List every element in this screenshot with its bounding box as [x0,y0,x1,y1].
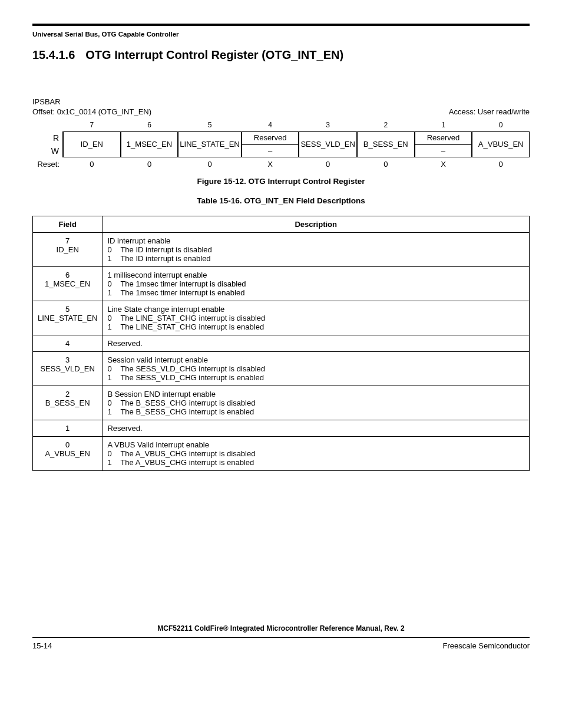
register-access: Access: User read/write [449,107,530,116]
opt-text: The 1msec timer interrupt is disabled [120,279,524,288]
description-cell: 1 millisecond interrupt enable0The 1msec… [103,267,530,301]
field-cell: 2 B_SESS_EN [33,386,103,420]
section-title-text: OTG Interrupt Control Register (OTG_INT_… [85,48,343,61]
rw-label: R W [32,131,63,157]
desc-option: 1The A_VBUS_CHG interrupt is enabled [107,458,524,467]
running-header: Universal Serial Bus, OTG Capable Contro… [32,31,530,38]
desc-title: Reserved. [107,339,524,348]
blank-cell [32,120,63,131]
table-row: 6 1_MSEC_EN1 millisecond interrupt enabl… [33,267,530,301]
opt-text: The 1msec timer interrupt is enabled [120,288,524,297]
reset-val-3: 0 [299,157,357,171]
description-cell: Line State change interrupt enable0The L… [103,301,530,335]
desc-title: ID interrupt enable [107,236,524,245]
r-label: R [53,133,59,143]
table-row: 4Reserved. [33,335,530,352]
bitfield-reserved-4-w: – [242,145,299,157]
field-cell: 6 1_MSEC_EN [33,267,103,301]
opt-key: 0 [107,449,117,458]
th-field: Field [33,216,103,233]
field-cell: 3 SESS_VLD_EN [33,352,103,386]
desc-option: 1The 1msec timer interrupt is enabled [107,288,524,297]
register-diagram: IPSBAR Offset: 0x1C_0014 (OTG_INT_EN) Ac… [32,97,530,171]
bitfield-reserved-1-w: – [415,145,472,157]
opt-text: The SESS_VLD_CHG interrupt is enabled [120,373,524,382]
opt-key: 1 [107,288,117,297]
opt-key: 0 [107,398,117,407]
w-label: W [51,146,59,156]
table-row: 2 B_SESS_ENB Session END interrupt enabl… [33,386,530,420]
opt-text: The ID interrupt is disabled [120,245,524,254]
desc-option: 0The SESS_VLD_CHG interrupt is disabled [107,364,524,373]
reset-label: Reset: [32,157,63,171]
bit-num-7: 7 [63,120,121,131]
desc-option: 0The LINE_STAT_CHG interrupt is disabled [107,314,524,322]
field-cell: 1 [33,420,103,437]
opt-text: The ID interrupt is enabled [120,254,524,263]
table-row: 5 LINE_STATE_ENLine State change interru… [33,301,530,335]
desc-option: 0The ID interrupt is disabled [107,245,524,254]
field-cell: 5 LINE_STATE_EN [33,301,103,335]
section-heading: 15.4.1.6OTG Interrupt Control Register (… [32,48,530,62]
description-cell: A VBUS Valid interrupt enable0The A_VBUS… [103,437,530,471]
description-cell: Reserved. [103,335,530,352]
opt-text: The B_SESS_CHG interrupt is disabled [120,398,524,407]
bit-num-0: 0 [472,120,530,131]
bitfield-reserved-1-r: Reserved [415,132,472,145]
opt-key: 1 [107,407,117,416]
footer-manual-title: MCF52211 ColdFire® Integrated Microcontr… [32,624,530,633]
bitfield-line-state-en: LINE_STATE_EN [178,131,241,157]
opt-text: The A_VBUS_CHG interrupt is enabled [120,458,524,467]
table-row: 3 SESS_VLD_ENSession valid interrupt ena… [33,352,530,386]
field-description-table: Field Description 7 ID_ENID interrupt en… [32,216,530,471]
opt-text: The A_VBUS_CHG interrupt is disabled [120,449,524,458]
description-cell: Reserved. [103,420,530,437]
desc-option: 0The B_SESS_CHG interrupt is disabled [107,398,524,407]
bitfield-sess-vld-en: SESS_VLD_EN [299,131,357,157]
desc-option: 1The LINE_STAT_CHG interrupt is enabled [107,322,524,331]
bit-num-3: 3 [299,120,357,131]
desc-title: Reserved. [107,424,524,433]
desc-option: 1The SESS_VLD_CHG interrupt is enabled [107,373,524,382]
table-row: 1Reserved. [33,420,530,437]
opt-key: 0 [107,279,117,288]
reset-val-7: 0 [63,157,121,171]
bitfield-1-msec-en: 1_MSEC_EN [121,131,178,157]
desc-title: Session valid interrupt enable [107,355,524,364]
bitfield-reserved-4-r: Reserved [242,132,299,145]
bit-num-6: 6 [121,120,178,131]
table-row: 0 A_VBUS_ENA VBUS Valid interrupt enable… [33,437,530,471]
desc-option: 0The 1msec timer interrupt is disabled [107,279,524,288]
footer-page-number: 15-14 [32,641,52,650]
table-row: 7 ID_ENID interrupt enable0The ID interr… [33,233,530,267]
opt-key: 0 [107,245,117,254]
opt-key: 0 [107,364,117,373]
bitfield-id-en: ID_EN [63,131,121,157]
figure-caption: Figure 15-12. OTG Interrupt Control Regi… [32,177,530,186]
opt-key: 1 [107,373,117,382]
bitfield-reserved-4: Reserved – [242,131,299,157]
field-cell: 4 [33,335,103,352]
bit-num-5: 5 [178,120,241,131]
page-footer: MCF52211 ColdFire® Integrated Microcontr… [32,624,530,650]
description-cell: ID interrupt enable0The ID interrupt is … [103,233,530,267]
ipsbar-label: IPSBAR [32,97,530,106]
opt-key: 1 [107,458,117,467]
field-cell: 0 A_VBUS_EN [33,437,103,471]
footer-rule [32,637,530,638]
opt-text: The LINE_STAT_CHG interrupt is disabled [120,314,524,322]
desc-title: 1 millisecond interrupt enable [107,271,524,279]
desc-option: 1The B_SESS_CHG interrupt is enabled [107,407,524,416]
opt-key: 1 [107,254,117,263]
reset-val-2: 0 [357,157,415,171]
desc-title: Line State change interrupt enable [107,305,524,314]
description-cell: B Session END interrupt enable0The B_SES… [103,386,530,420]
bit-num-4: 4 [242,120,299,131]
opt-key: 1 [107,322,117,331]
bit-num-1: 1 [415,120,472,131]
header-rule [32,24,530,26]
bitfield-b-sess-en: B_SESS_EN [357,131,415,157]
desc-option: 1The ID interrupt is enabled [107,254,524,263]
reset-val-6: 0 [121,157,178,171]
section-number: 15.4.1.6 [32,48,75,61]
